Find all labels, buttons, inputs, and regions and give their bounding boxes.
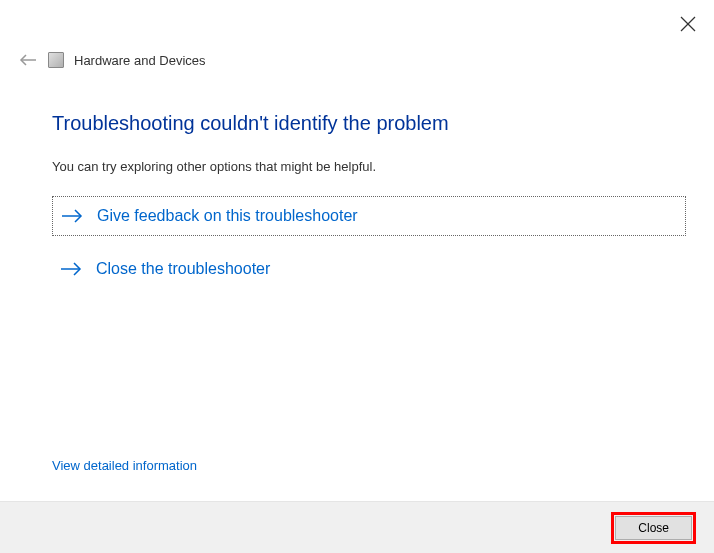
window-close-button[interactable] [680, 16, 696, 32]
view-detailed-link[interactable]: View detailed information [52, 458, 197, 473]
hardware-icon [48, 52, 64, 68]
arrow-left-icon [19, 53, 37, 67]
option-give-feedback[interactable]: Give feedback on this troubleshooter [52, 196, 686, 236]
close-button-highlight: Close [611, 512, 696, 544]
close-icon [680, 16, 696, 32]
close-button[interactable]: Close [615, 516, 692, 540]
option-label: Close the troubleshooter [96, 260, 270, 278]
header-bar: Hardware and Devices [18, 50, 206, 70]
option-close-troubleshooter[interactable]: Close the troubleshooter [52, 250, 686, 288]
back-button[interactable] [18, 50, 38, 70]
main-content: Troubleshooting couldn't identify the pr… [52, 112, 686, 302]
arrow-right-icon [61, 208, 83, 224]
arrow-right-icon [60, 261, 82, 277]
page-heading: Troubleshooting couldn't identify the pr… [52, 112, 686, 135]
page-description: You can try exploring other options that… [52, 159, 686, 174]
header-title: Hardware and Devices [74, 53, 206, 68]
option-label: Give feedback on this troubleshooter [97, 207, 358, 225]
footer-bar: Close [0, 501, 714, 553]
